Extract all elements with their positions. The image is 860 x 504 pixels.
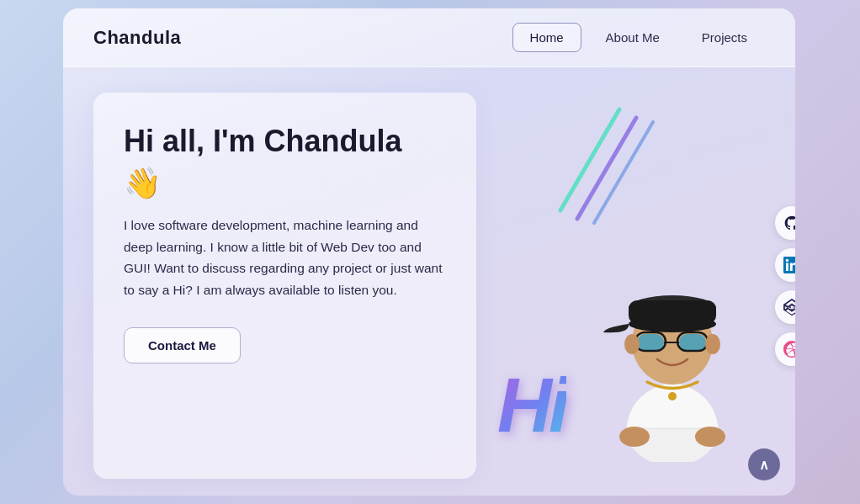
linkedin-icon-btn[interactable] [775,248,795,282]
deco-lines [510,101,661,227]
svg-rect-9 [637,334,664,351]
avatar-character [588,226,756,462]
svg-point-15 [705,334,720,354]
hero-card: Hi all, I'm Chandula 👋 I love software d… [93,93,476,479]
brand-logo: Chandula [93,27,181,49]
main-content: Hi all, I'm Chandula 👋 I love software d… [63,67,795,496]
nav-about[interactable]: About Me [588,23,677,52]
svg-point-8 [629,316,716,332]
wave-emoji: 👋 [124,166,446,201]
svg-point-17 [619,427,650,447]
contact-button[interactable]: Contact Me [124,327,241,363]
github-icon-btn[interactable] [775,206,795,240]
dribbble-icon-btn[interactable] [775,332,795,366]
svg-point-18 [695,427,725,447]
nav-links: Home About Me Projects [512,23,765,52]
illustration-area: Hi [476,93,765,479]
hero-title: Hi all, I'm Chandula [124,123,446,159]
nav-home[interactable]: Home [512,23,581,52]
svg-point-14 [624,334,640,354]
svg-rect-10 [679,334,706,351]
main-container: Chandula Home About Me Projects Hi all, … [63,8,795,496]
hero-description: I love software development, machine lea… [124,215,446,300]
nav-projects[interactable]: Projects [684,23,765,52]
codepen-icon-btn[interactable] [775,290,795,324]
svg-point-16 [668,392,677,401]
navbar: Chandula Home About Me Projects [63,8,795,67]
hi-text: Hi [497,363,566,449]
social-sidebar [775,206,795,366]
